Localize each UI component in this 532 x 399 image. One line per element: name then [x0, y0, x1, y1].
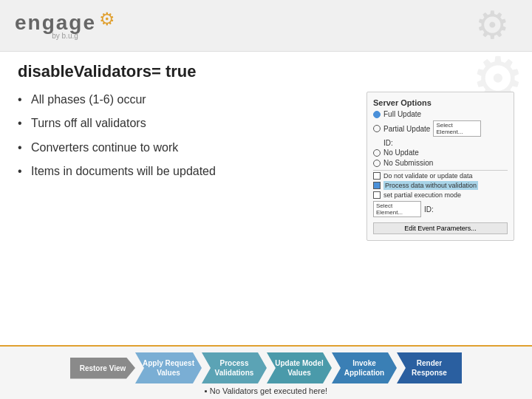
id-row-1: ID:	[383, 139, 508, 147]
chk-box-partial	[373, 191, 381, 199]
bullet-list: All phases (1-6) occur Turns off all val…	[18, 92, 352, 241]
radio-dot-noupdate	[373, 149, 381, 157]
step-label-invoke: InvokeApplication	[332, 352, 397, 383]
chk-label-partial: set partial execution mode	[383, 191, 461, 199]
pipeline-steps: Restore View Apply RequestValues Process…	[7, 352, 525, 383]
id-label-1: ID:	[383, 139, 393, 147]
step-label-render: RenderResponse	[397, 352, 462, 383]
select-element-input-1[interactable]: Select Element...	[433, 120, 481, 137]
radio-no-submission[interactable]: No Submission	[373, 159, 508, 167]
radio-dot-partial	[373, 125, 381, 132]
step-render-response: RenderResponse	[397, 352, 462, 383]
pipeline-note: ▪ No Validators get executed here!	[7, 386, 525, 395]
radio-dot-nosub	[373, 160, 381, 167]
chk-label-novalidate: Do not validate or update data	[383, 172, 473, 180]
panel-title: Server Options	[373, 98, 508, 107]
radio-no-update[interactable]: No Update	[373, 149, 508, 157]
radio-partial-update[interactable]: Partial Update Select Element...	[373, 120, 508, 137]
chk-box-novalidate	[373, 172, 381, 180]
logo: engage ⚙ by b.u.g	[15, 11, 115, 40]
checkbox-partial-exec[interactable]: set partial execution mode	[373, 191, 508, 199]
chk-label-process: Process data without validation	[383, 181, 478, 190]
step-process-validations: ProcessValidations	[202, 352, 267, 383]
note-text: ▪ No Validators get executed here!	[205, 386, 327, 395]
header: engage ⚙ by b.u.g ⚙	[0, 0, 532, 52]
radio-label-noupdate: No Update	[383, 149, 419, 157]
header-gear-decor: ⚙	[475, 3, 510, 47]
step-label-update: Update ModelValues	[267, 352, 332, 383]
step-label-process: ProcessValidations	[202, 352, 267, 383]
panel-row-select2: Select Element... ID:	[373, 201, 508, 217]
id-label-2: ID:	[424, 205, 434, 214]
step-label-apply: Apply RequestValues	[135, 352, 202, 383]
chk-box-process	[373, 182, 381, 189]
server-options-panel: Server Options Full Update Partial Updat…	[366, 92, 514, 241]
radio-label-full: Full Update	[383, 110, 421, 118]
pipeline-section: Restore View Apply RequestValues Process…	[0, 345, 532, 399]
step-apply-request: Apply RequestValues	[135, 352, 202, 383]
gear-icon: ⚙	[99, 9, 115, 30]
main-content: disableValidators= true All phases (1-6)…	[0, 52, 532, 248]
radio-label-nosub: No Submission	[383, 159, 433, 167]
list-item: Turns off all validators	[18, 115, 352, 132]
content-layout: All phases (1-6) occur Turns off all val…	[18, 92, 514, 241]
list-item: Items in documents will be updated	[18, 163, 352, 180]
radio-label-partial: Partial Update	[383, 125, 430, 133]
checkbox-process-data[interactable]: Process data without validation	[373, 181, 508, 190]
radio-dot-full	[373, 111, 381, 118]
step-label-restore: Restore View	[70, 358, 135, 379]
list-item: All phases (1-6) occur	[18, 92, 352, 108]
select-element-input-2[interactable]: Select Element...	[373, 201, 421, 217]
checkbox-no-validate[interactable]: Do not validate or update data	[373, 172, 508, 180]
slide-title: disableValidators= true	[18, 62, 514, 81]
logo-byline: by b.u.g	[52, 32, 78, 40]
step-restore-view: Restore View	[70, 358, 135, 379]
step-update-model: Update ModelValues	[267, 352, 332, 383]
step-invoke-application: InvokeApplication	[332, 352, 397, 383]
radio-full-update[interactable]: Full Update	[373, 110, 508, 118]
edit-event-params-button[interactable]: Edit Event Parameters...	[373, 222, 508, 234]
list-item: Converters continue to work	[18, 140, 352, 156]
